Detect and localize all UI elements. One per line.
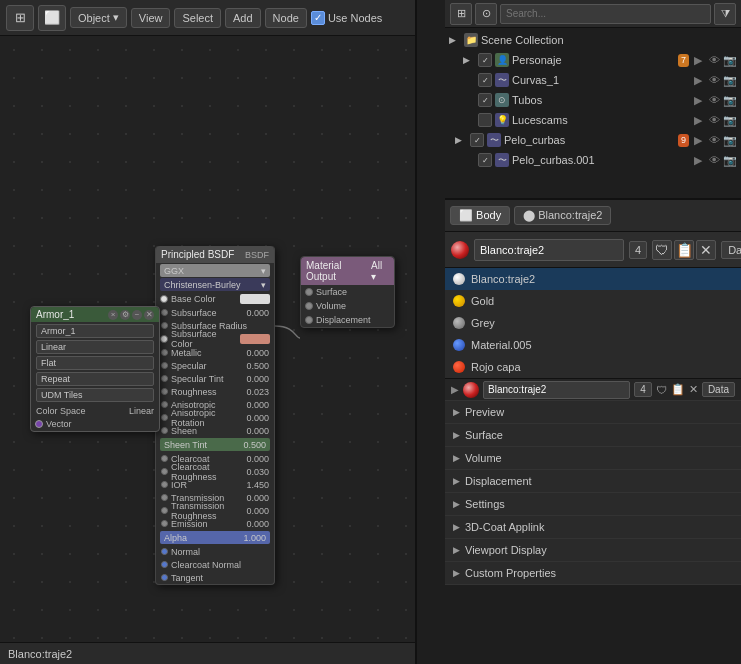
mat-copy-icon-2[interactable]: 📋 [671,383,685,396]
outliner-item-lucescams[interactable]: 💡 Lucescams ▶ 👁 📷 [445,110,741,130]
outliner-item-pelo-curbas-001[interactable]: ✓ 〜 Pelo_curbas.001 ▶ 👁 📷 [445,150,741,170]
material-name-input-2[interactable] [483,381,630,399]
material-sphere-preview [451,241,469,259]
custom-props-header[interactable]: ▶ Custom Properties [445,562,741,584]
data-label[interactable]: Data [721,241,741,259]
metallic-row: Metallic 0.000 [156,346,274,359]
checkbox-pelo-curbas[interactable]: ✓ [470,133,484,147]
armor-node-header: Armor_1 × ⚙ − ✕ [31,307,159,322]
clearcoat-roughness-row: Clearcoat Roughness 0.030 [156,465,274,478]
object-mode-btn[interactable]: Object ▾ [70,7,127,28]
body-tab[interactable]: ⬜ Body [450,206,510,225]
armor-node-x[interactable]: ✕ [144,310,154,320]
material-tab[interactable]: ⬤ Blanco:traje2 [514,206,611,225]
material-data-toolbar: ▶ 4 🛡 📋 ✕ Data [445,379,741,401]
use-nodes-checkbox[interactable]: ✓ [311,11,325,25]
mode-icon[interactable]: ⬜ [38,5,66,31]
checkbox-curvas1[interactable]: ✓ [478,73,492,87]
mat-dot-blanco [453,273,465,285]
preview-header[interactable]: ▶ Preview [445,401,741,423]
mat-item-rojo-capa[interactable]: Rojo capa [445,356,741,378]
outliner-toolbar: ⊞ ⊙ ⧩ [445,0,741,28]
subsurface-color-row: Subsurface Color [156,332,274,346]
armor-udm-bar[interactable]: UDM Tiles [36,388,154,402]
subsurface-row: Subsurface 0.000 [156,306,274,319]
checkbox-tubos[interactable]: ✓ [478,93,492,107]
armor-node-collapse[interactable]: − [132,310,142,320]
select-menu[interactable]: Select [174,8,221,28]
coat-section: ▶ 3D-Coat Applink [445,516,741,539]
checkbox-pelo-curbas-001[interactable]: ✓ [478,153,492,167]
armor-node-close[interactable]: × [108,310,118,320]
transmission-roughness-row: Transmission Roughness 0.000 [156,504,274,517]
armor-interpolation-bar[interactable]: Linear [36,340,154,354]
mat-dot-rojo-capa [453,361,465,373]
node-editor-area[interactable]: Principled BSDF BSDF GGX▾ Christensen-Bu… [0,36,415,664]
mat-item-blanco[interactable]: Blanco:traje2 [445,268,741,290]
armor-colorspace-row: Color Space Linear [31,404,159,417]
surface-header[interactable]: ▶ Surface [445,424,741,446]
viewport-display-section: ▶ Viewport Display [445,539,741,562]
material-copy-btn[interactable]: 📋 [674,240,694,260]
material-header: 4 🛡 📋 ✕ Data [445,232,741,268]
distribution-field[interactable]: GGX▾ [160,264,270,277]
material-shield-btn[interactable]: 🛡 [652,240,672,260]
checkbox-personaje[interactable]: ✓ [478,53,492,67]
outliner-item-curvas1[interactable]: ✓ 〜 Curvas_1 ▶ 👁 📷 [445,70,741,90]
sheen-tint-bar[interactable]: Sheen Tint 0.500 [160,438,270,451]
viewport-display-header[interactable]: ▶ Viewport Display [445,539,741,561]
add-menu[interactable]: Add [225,8,261,28]
use-nodes-toggle[interactable]: ✓ Use Nodes [311,11,382,25]
outliner-item-tubos[interactable]: ✓ ⊙ Tubos ▶ 👁 📷 [445,90,741,110]
armor-extension-bar[interactable]: Repeat [36,372,154,386]
sss-method-field[interactable]: Christensen-Burley▾ [160,278,270,291]
displacement-header[interactable]: ▶ Displacement [445,470,741,492]
checkbox-lucescams[interactable] [478,113,492,127]
material-name-input[interactable] [474,239,624,261]
mat-dot-gold [453,295,465,307]
editor-type-btn[interactable]: ⊞ [6,5,34,31]
material-output-header: Material Output All ▾ [301,257,394,285]
alpha-bar[interactable]: Alpha 1.000 [160,531,270,544]
armor-node-settings[interactable]: ⚙ [120,310,130,320]
outliner-panel: ⊞ ⊙ ⧩ ▶ 📁 Scene Collection ▶ ✓ 👤 Persona… [445,0,741,200]
outliner-type-btn[interactable]: ⊞ [450,3,472,25]
outliner-item-pelo-curbas[interactable]: ▶ ✓ 〜 Pelo_curbas 9 ▶ 👁 📷 [445,130,741,150]
normal-row: Normal [156,545,274,558]
node-menu[interactable]: Node [265,8,307,28]
outliner-filter2-btn[interactable]: ⧩ [714,3,736,25]
armor-image-texture-node[interactable]: Armor_1 × ⚙ − ✕ Armor_1 Linear Flat Repe… [30,306,160,432]
principled-bsdf-node[interactable]: Principled BSDF BSDF GGX▾ Christensen-Bu… [155,246,275,585]
mat-item-material005[interactable]: Material.005 [445,334,741,356]
material-remove-btn[interactable]: ✕ [696,240,716,260]
scene-expand-icon: ▶ [449,35,461,45]
view-menu[interactable]: View [131,8,171,28]
settings-header[interactable]: ▶ Settings [445,493,741,515]
displacement-socket [305,316,313,324]
material-count: 4 [629,241,647,259]
volume-header[interactable]: ▶ Volume [445,447,741,469]
coat-header[interactable]: ▶ 3D-Coat Applink [445,516,741,538]
outliner-filter-btn[interactable]: ⊙ [475,3,497,25]
anisotropic-rotation-row: Anisotropic Rotation 0.000 [156,411,274,424]
displacement-socket-row: Displacement [301,313,394,327]
armor-projection-bar[interactable]: Flat [36,356,154,370]
properties-sections: ▶ 4 🛡 📋 ✕ Data ▶ Preview [445,379,741,664]
node-header: Principled BSDF BSDF [156,246,274,263]
mat-dot-grey [453,317,465,329]
outliner-item-personaje[interactable]: ▶ ✓ 👤 Personaje 7 ▶ 👁 📷 [445,50,741,70]
settings-section: ▶ Settings [445,493,741,516]
mat-x-icon[interactable]: ✕ [689,383,698,396]
data-btn[interactable]: Data [702,382,735,397]
surface-section: ▶ Surface [445,424,741,447]
mat-shield-icon[interactable]: 🛡 [656,384,667,396]
material-output-node[interactable]: Material Output All ▾ Surface Volume Dis… [300,256,395,328]
roughness-row: Roughness 0.023 [156,385,274,398]
mat-item-gold[interactable]: Gold [445,290,741,312]
mat-dot-material005 [453,339,465,351]
scene-collection-item[interactable]: ▶ 📁 Scene Collection [445,30,741,50]
right-panel-inner: ⊞ ⊙ ⧩ ▶ 📁 Scene Collection ▶ ✓ 👤 Persona… [445,0,741,664]
armor-name-bar[interactable]: Armor_1 [36,324,154,338]
outliner-search-input[interactable] [500,4,711,24]
mat-item-grey[interactable]: Grey [445,312,741,334]
